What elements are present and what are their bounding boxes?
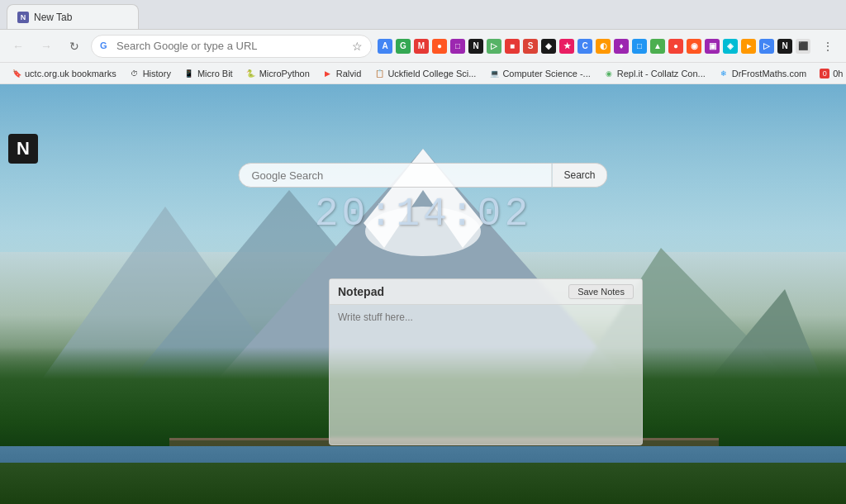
bookmark-micropython-label: MicroPython <box>259 69 310 78</box>
forward-button[interactable]: → <box>35 35 58 58</box>
bookmark-micropython-icon: 🐍 <box>246 69 256 78</box>
ground <box>0 463 846 504</box>
bookmark-uckfield-icon: 📋 <box>374 69 384 78</box>
bookmark-uctc-label: uctc.org.uk bookmarks <box>25 69 116 78</box>
search-button[interactable]: Search <box>552 163 607 188</box>
reload-button[interactable]: ↻ <box>63 35 86 58</box>
bookmark-micropython[interactable]: 🐍 MicroPython <box>241 67 315 80</box>
ext-icon-10[interactable]: ◆ <box>541 39 556 54</box>
bookmark-0hh1[interactable]: 0 0h h1 <box>815 67 846 80</box>
bookmark-ralvid[interactable]: ▶ Ralvid <box>318 67 367 80</box>
ext-icon-4[interactable]: ● <box>432 39 447 54</box>
bookmark-drfrost-label: DrFrostMaths.com <box>732 69 806 78</box>
notion-icon[interactable]: N <box>8 134 38 164</box>
bookmark-drfrost-icon: ❄ <box>719 69 729 78</box>
ext-icon-15[interactable]: □ <box>632 39 647 54</box>
bookmark-replit-collatz[interactable]: ◉ Repl.it - Collatz Con... <box>599 67 711 80</box>
bookmark-history[interactable]: ⏱ History <box>125 67 176 80</box>
notepad-widget: Notepad Save Notes <box>329 278 643 445</box>
bookmark-0hh1-icon: 0 <box>820 69 829 78</box>
bookmark-history-label: History <box>143 69 171 78</box>
bookmark-replit-collatz-label: Repl.it - Collatz Con... <box>617 69 706 78</box>
bookmark-uckfield-label: Uckfield College Sci... <box>387 69 476 78</box>
bookmark-ralvid-icon: ▶ <box>323 69 333 78</box>
bookmark-microbit[interactable]: 📱 Micro Bit <box>179 67 238 80</box>
ext-icon-11[interactable]: ★ <box>559 39 574 54</box>
ext-icon-5[interactable]: □ <box>450 39 465 54</box>
ext-icon-2[interactable]: G <box>396 39 411 54</box>
ext-icon-6[interactable]: N <box>468 39 483 54</box>
ext-icon-9[interactable]: S <box>523 39 538 54</box>
notepad-header: Notepad Save Notes <box>330 279 642 305</box>
bookmark-uctc[interactable]: 🔖 uctc.org.uk bookmarks <box>7 67 121 80</box>
ext-icon-1[interactable]: A <box>378 39 392 54</box>
bookmark-cs[interactable]: 💻 Computer Science -... <box>484 67 595 80</box>
ext-icon-13[interactable]: ◐ <box>596 39 611 54</box>
ext-icon-21[interactable]: ▸ <box>741 39 756 54</box>
clock: 20:14:02 <box>315 192 531 236</box>
bookmark-microbit-icon: 📱 <box>184 69 194 78</box>
bookmark-replit-collatz-icon: ◉ <box>604 69 614 78</box>
extension-icons: A G M ● □ N ▷ ■ S ◆ ★ C ◐ ♦ □ ▲ ● ◉ ▣ ◈ … <box>377 39 811 54</box>
search-container: Search <box>238 163 607 188</box>
notepad-title: Notepad <box>338 285 384 298</box>
ext-icon-12[interactable]: C <box>577 39 592 54</box>
bookmarks-bar: 🔖 uctc.org.uk bookmarks ⏱ History 📱 Micr… <box>0 63 846 84</box>
tab-favicon: N <box>17 12 29 23</box>
ext-icon-7[interactable]: ▷ <box>487 39 501 54</box>
save-notes-button[interactable]: Save Notes <box>568 284 634 299</box>
bookmark-cs-label: Computer Science -... <box>502 69 590 78</box>
bookmark-ralvid-label: Ralvid <box>336 69 362 78</box>
browser-frame: N New Tab ← → ↻ G ☆ A G M ● □ N ▷ ■ S ◆ … <box>0 0 846 504</box>
address-input[interactable] <box>116 40 347 52</box>
bookmark-uctc-icon: 🔖 <box>12 69 21 78</box>
bookmark-star-icon[interactable]: ☆ <box>352 40 363 53</box>
google-search-input[interactable] <box>238 163 552 188</box>
back-button[interactable]: ← <box>7 35 30 58</box>
ext-icon-23[interactable]: N <box>777 39 792 54</box>
chrome-menu-button[interactable]: ⋮ <box>816 35 839 58</box>
active-tab[interactable]: N New Tab <box>7 4 139 29</box>
ext-icon-3[interactable]: M <box>414 39 429 54</box>
google-logo-icon: G <box>100 40 112 52</box>
bookmark-cs-icon: 💻 <box>489 69 499 78</box>
tab-bar: N New Tab <box>0 0 846 30</box>
ext-icon-16[interactable]: ▲ <box>650 39 665 54</box>
new-tab-page: N Search 20:14:02 Notepad Save Notes <box>0 84 846 504</box>
address-bar[interactable]: G ☆ <box>91 35 372 58</box>
ext-icon-22[interactable]: ▷ <box>759 39 774 54</box>
ext-icon-8[interactable]: ■ <box>505 39 520 54</box>
notepad-textarea[interactable] <box>330 305 642 441</box>
bookmark-microbit-label: Micro Bit <box>197 69 233 78</box>
tab-label: New Tab <box>34 12 72 23</box>
ext-icon-17[interactable]: ● <box>668 39 683 54</box>
bookmark-0hh1-label: 0h h1 <box>833 69 846 78</box>
ext-icon-20[interactable]: ◈ <box>723 39 738 54</box>
ext-icon-18[interactable]: ◉ <box>687 39 701 54</box>
bookmark-history-icon: ⏱ <box>130 69 140 78</box>
cast-icon[interactable]: ⬛ <box>796 39 810 54</box>
bookmark-uckfield[interactable]: 📋 Uckfield College Sci... <box>369 67 481 80</box>
ext-icon-19[interactable]: ▣ <box>705 39 720 54</box>
ext-icon-14[interactable]: ♦ <box>614 39 629 54</box>
toolbar: ← → ↻ G ☆ A G M ● □ N ▷ ■ S ◆ ★ C ◐ ♦ □ … <box>0 30 846 63</box>
bookmark-drfrost[interactable]: ❄ DrFrostMaths.com <box>714 67 811 80</box>
